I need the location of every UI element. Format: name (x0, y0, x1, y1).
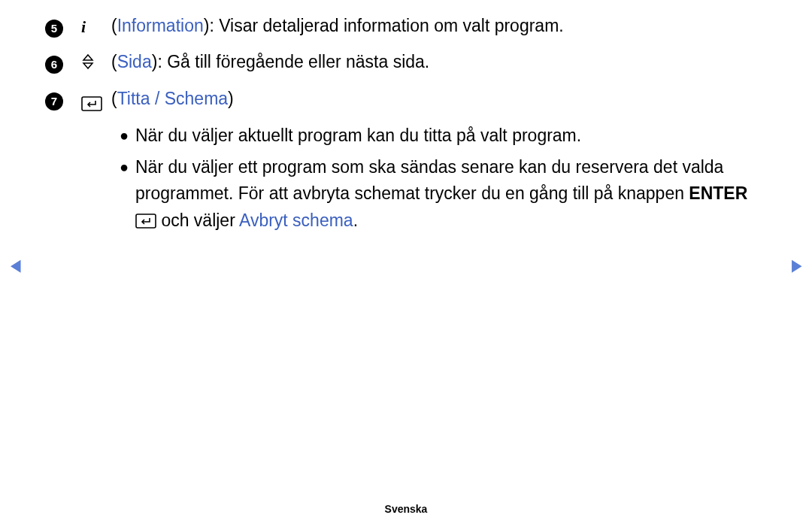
number-column: 7 (45, 86, 81, 112)
bullet-text: När du väljer ett program som ska sändas… (135, 154, 767, 235)
info-icon: i (81, 15, 86, 39)
bullet2-part1: När du väljer ett program som ska sändas… (135, 157, 723, 204)
icon-column (81, 50, 111, 75)
bullet2-part2: och väljer (156, 210, 239, 230)
bullet-text: När du väljer aktuellt program kan du ti… (135, 123, 767, 150)
desc-sida: : Gå till föregående eller nästa sida. (157, 52, 429, 71)
content-area: 5 i (Information): Visar detaljerad info… (0, 0, 812, 235)
number-column: 5 (45, 14, 81, 39)
bullet-icon: ● (113, 154, 135, 179)
item-text: (Sida): Gå till föregående eller nästa s… (111, 50, 767, 74)
desc-information: : Visar detaljerad information om valt p… (209, 16, 563, 35)
updown-icon (81, 53, 95, 68)
item-text: (Titta / Schema) (111, 86, 767, 111)
bullet-item: ● När du väljer ett program som ska sänd… (113, 154, 767, 235)
label-information: Information (117, 16, 204, 35)
number-column: 6 (45, 50, 81, 75)
item-text: (Information): Visar detaljerad informat… (111, 14, 767, 38)
label-titta-schema: Titta / Schema (117, 89, 228, 108)
list-item: 7 (Titta / Schema) (45, 86, 767, 112)
icon-column (81, 86, 111, 112)
bullet-list: ● När du väljer aktuellt program kan du … (113, 123, 767, 235)
footer-language: Svenska (0, 503, 812, 515)
list-item: 5 i (Information): Visar detaljerad info… (45, 14, 767, 39)
prev-page-arrow[interactable]: ◀ (11, 256, 21, 275)
circled-number-6: 6 (45, 56, 63, 74)
enter-icon (135, 210, 156, 225)
enter-label: ENTER (689, 183, 747, 203)
circled-number-7: 7 (45, 92, 63, 111)
svg-rect-0 (82, 97, 102, 111)
circled-number-5: 5 (45, 20, 63, 38)
svg-rect-1 (136, 214, 156, 228)
label-sida: Sida (117, 52, 152, 71)
icon-column: i (81, 14, 111, 39)
bullet-icon: ● (113, 123, 135, 147)
enter-icon (81, 93, 102, 108)
list-item: 6 (Sida): Gå till föregående eller nästa… (45, 50, 767, 75)
cancel-schedule-label: Avbryt schema (239, 210, 353, 230)
bullet2-part3: . (353, 210, 358, 230)
next-page-arrow[interactable]: ▶ (792, 256, 802, 275)
bullet-item: ● När du väljer aktuellt program kan du … (113, 123, 767, 150)
